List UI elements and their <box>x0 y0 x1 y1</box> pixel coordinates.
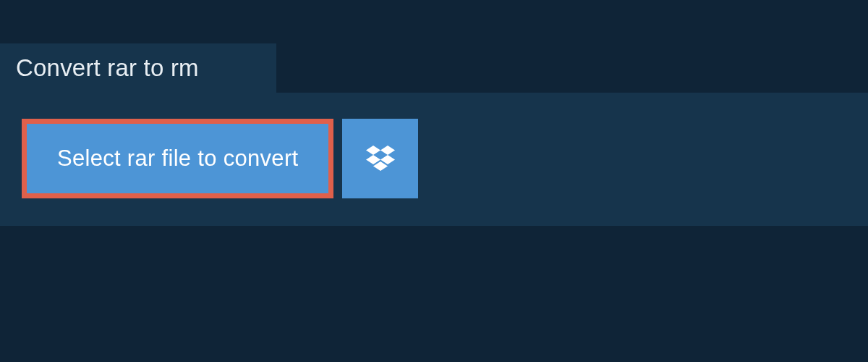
select-file-button[interactable]: Select rar file to convert <box>27 124 328 193</box>
tab-header: Convert rar to rm <box>0 43 276 93</box>
page-title: Convert rar to rm <box>16 54 199 82</box>
svg-marker-0 <box>366 146 380 155</box>
upload-button-row: Select rar file to convert <box>22 119 868 198</box>
main-panel: Select rar file to convert <box>0 93 868 226</box>
svg-marker-1 <box>380 146 395 155</box>
dropbox-icon <box>366 146 395 172</box>
dropbox-source-button[interactable] <box>342 119 418 198</box>
select-file-highlight: Select rar file to convert <box>22 119 333 198</box>
